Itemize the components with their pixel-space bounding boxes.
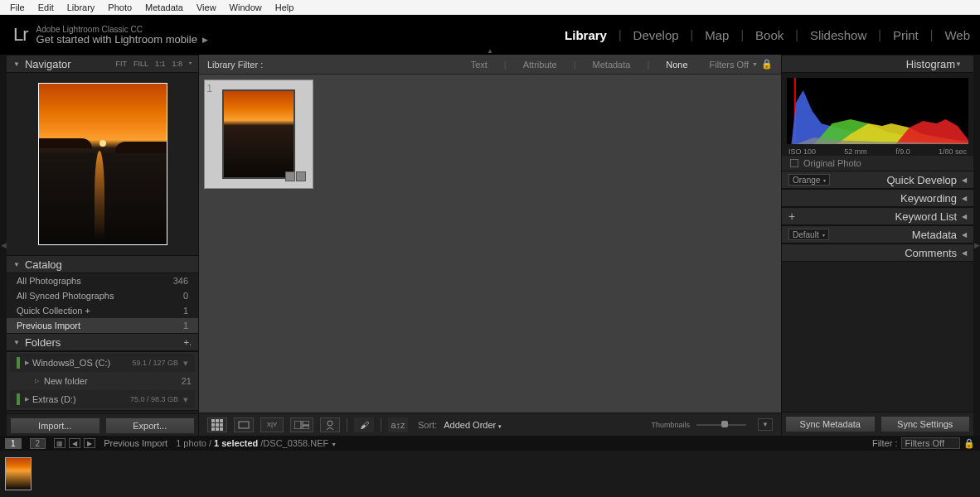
histogram-chart[interactable] (787, 78, 968, 144)
filter-dropdown[interactable]: Filters Off (901, 437, 960, 449)
preset-dropdown[interactable]: Orange▾ (788, 174, 830, 186)
menu-view[interactable]: View (190, 2, 223, 12)
left-panel: ▼ Navigator FITFILL1:11:8▾ ▼ Catalog All… (7, 55, 199, 436)
lock-icon[interactable]: 🔒 (963, 438, 975, 449)
filters-off-dropdown[interactable]: Filters Off (710, 60, 749, 70)
loupe-view-button[interactable] (234, 417, 254, 432)
menu-help[interactable]: Help (269, 2, 301, 12)
triangle-down-icon: ▼ (13, 261, 20, 268)
compare-view-button[interactable]: X|Y (260, 417, 284, 432)
library-filter-label: Library Filter : (207, 60, 263, 70)
metadata-header[interactable]: Default▾ Metadata ◀ (782, 225, 973, 244)
module-print[interactable]: Print (893, 28, 919, 42)
focal-value: 52 mm (844, 147, 867, 156)
chevron-down-icon[interactable]: ▾ (183, 394, 188, 405)
develop-badge-icon[interactable] (296, 171, 306, 181)
menu-bar: FileEditLibraryPhotoMetadataViewWindowHe… (0, 0, 980, 15)
left-panel-toggle-icon[interactable]: ◀ (0, 55, 7, 436)
module-map[interactable]: Map (705, 28, 729, 42)
catalog-row[interactable]: Previous Import1 (7, 318, 198, 333)
folders-header[interactable]: ▼ Folders +. (7, 333, 198, 351)
sync-metadata-button[interactable]: Sync Metadata (785, 416, 876, 432)
zoom-1-1[interactable]: 1:1 (155, 60, 166, 68)
filmstrip-thumbnail[interactable] (5, 457, 32, 490)
thumbnail-size-label: Thumbnails (652, 421, 691, 429)
grid-view-button[interactable] (207, 417, 227, 432)
folder-row[interactable]: ▷New folder21 (7, 374, 198, 388)
navigator-header[interactable]: ▼ Navigator FITFILL1:11:8▾ (7, 55, 198, 73)
filter-text[interactable]: Text (466, 60, 492, 70)
filter-attribute[interactable]: Attribute (518, 60, 562, 70)
grid-view[interactable]: 1 (199, 75, 781, 413)
export-button[interactable]: Export... (105, 417, 196, 434)
painter-tool-button[interactable]: 🖌 (354, 417, 374, 432)
module-slideshow[interactable]: Slideshow (810, 28, 866, 42)
drive-row[interactable]: ▶Windows8_OS (C:)59.1 / 127 GB▾ (10, 354, 195, 372)
navigator-preview[interactable] (7, 73, 198, 255)
people-view-button[interactable] (320, 417, 340, 432)
panel-toggle-top-icon[interactable]: ▲ (487, 47, 493, 55)
filter-none[interactable]: None (661, 60, 692, 70)
zoom-FILL[interactable]: FILL (133, 60, 148, 68)
toolbar-menu-button[interactable]: ▼ (758, 418, 773, 431)
metadata-preset-dropdown[interactable]: Default▾ (788, 229, 829, 240)
comments-header[interactable]: Comments ◀ (782, 244, 973, 262)
zoom-FIT[interactable]: FIT (115, 60, 127, 68)
module-book[interactable]: Book (755, 28, 784, 42)
grid-icon[interactable]: ▦ (54, 438, 65, 448)
histogram-header[interactable]: Histogram ▼ (782, 55, 973, 73)
add-folder-button[interactable]: +. (184, 337, 192, 347)
right-panel-toggle-icon[interactable]: ▶ (973, 55, 980, 436)
survey-view-button[interactable] (290, 417, 313, 432)
sync-settings-button[interactable]: Sync Settings (881, 416, 971, 432)
drive-status-icon (17, 393, 20, 405)
screen-2-button[interactable]: 2 (30, 438, 46, 449)
thumbnail-size-slider[interactable] (696, 424, 746, 426)
menu-library[interactable]: Library (61, 2, 102, 12)
sort-dropdown[interactable]: Added Order ▾ (444, 420, 502, 430)
triangle-left-icon: ◀ (962, 213, 967, 220)
drive-row[interactable]: ▶Extras (D:)75.0 / 98.3 GB▾ (10, 390, 195, 408)
mobile-sync-link[interactable]: Get started with Lightroom mobile ▶ (36, 35, 208, 45)
lock-icon[interactable]: 🔒 (761, 59, 773, 70)
filmstrip[interactable] (0, 451, 980, 497)
chevron-down-icon[interactable]: ▾ (183, 358, 188, 369)
menu-metadata[interactable]: Metadata (138, 2, 190, 12)
catalog-row[interactable]: All Synced Photographs0 (7, 288, 198, 303)
module-develop[interactable]: Develop (633, 28, 679, 42)
right-panel: Histogram ▼ ISO 100 52 mm f/9.0 1/80 sec… (781, 55, 973, 436)
grid-cell[interactable]: 1 (204, 80, 313, 189)
svg-rect-3 (303, 426, 309, 429)
add-keyword-button[interactable]: + (788, 210, 795, 223)
keyword-list-header[interactable]: + Keyword List ◀ (782, 207, 973, 225)
menu-window[interactable]: Window (223, 2, 269, 12)
nav-back-icon[interactable]: ◀ (69, 438, 80, 448)
chevron-down-icon[interactable]: ▼ (752, 61, 758, 67)
shutter-value: 1/80 sec (939, 147, 967, 156)
metadata-badge-icon[interactable] (285, 171, 295, 181)
catalog-header[interactable]: ▼ Catalog (7, 255, 198, 273)
screen-1-button[interactable]: 1 (5, 438, 22, 449)
keywording-header[interactable]: Keywording ◀ (782, 189, 973, 207)
module-library[interactable]: Library (565, 28, 607, 42)
center-area: Library Filter : Text|Attribute|Metadata… (199, 55, 781, 436)
zoom-1-8[interactable]: 1:8 (172, 60, 182, 68)
triangle-left-icon: ◀ (962, 176, 967, 184)
sort-direction-button[interactable]: a↕z (388, 417, 408, 432)
import-button[interactable]: Import... (10, 417, 100, 434)
module-web[interactable]: Web (944, 28, 970, 42)
thumbnail-image[interactable] (222, 89, 295, 179)
quick-develop-header[interactable]: Orange▾ Quick Develop ◀ (782, 171, 973, 189)
checkbox-icon[interactable] (790, 159, 798, 167)
menu-file[interactable]: File (3, 2, 32, 12)
catalog-row[interactable]: Quick Collection +1 (7, 303, 198, 318)
triangle-down-icon: ▼ (13, 339, 20, 346)
filter-metadata[interactable]: Metadata (588, 60, 636, 70)
source-label[interactable]: Previous Import (104, 438, 167, 448)
catalog-row[interactable]: All Photographs346 (7, 273, 198, 288)
original-photo-toggle[interactable]: Original Photo (782, 156, 973, 171)
menu-edit[interactable]: Edit (32, 2, 61, 12)
chevron-down-icon[interactable]: ▾ (189, 60, 192, 68)
menu-photo[interactable]: Photo (101, 2, 138, 12)
nav-forward-icon[interactable]: ▶ (84, 438, 95, 448)
